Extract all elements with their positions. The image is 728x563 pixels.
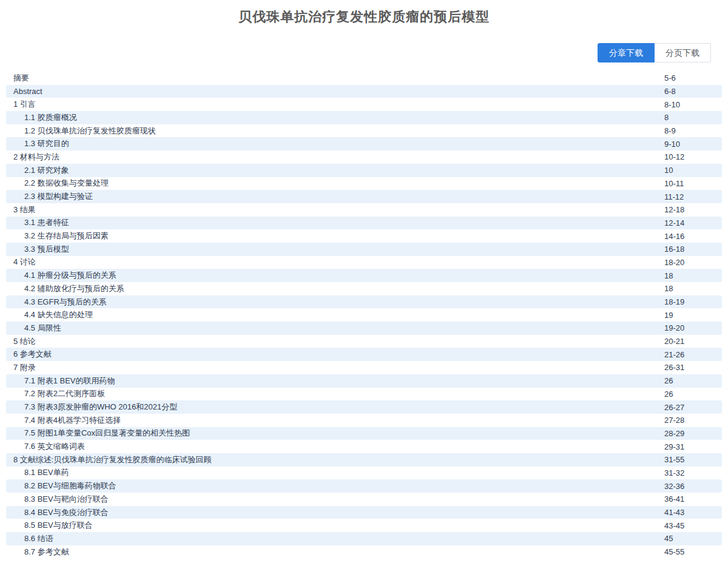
toc-row[interactable]: 8.5 BEV与放疗联合 43-45 [6, 519, 722, 532]
toc-row-pages: 18-20 [664, 258, 684, 267]
toc-row-label: 7.5 附图1单变量Cox回归显著变量的相关性热图 [6, 428, 190, 439]
toc-row-label: 3.2 生存结局与预后因素 [6, 231, 109, 241]
toc-row[interactable]: 8.7 参考文献 45-55 [6, 545, 722, 559]
toc-row-label: 8.6 结语 [6, 533, 53, 544]
toc-row-label: 7.6 英文缩略词表 [6, 441, 85, 452]
toc-row-label: Abstract [6, 87, 42, 96]
toc-row[interactable]: 1 引言 8-10 [6, 98, 722, 111]
toc-row[interactable]: 8.1 BEV单药 31-32 [6, 467, 722, 480]
toc-row[interactable]: 2.2 数据收集与变量处理 10-11 [6, 177, 722, 190]
toc-row-label: 8.4 BEV与免疫治疗联合 [6, 507, 109, 518]
toc-row-pages: 26 [664, 389, 673, 399]
toc-row[interactable]: 7.6 英文缩略词表 29-31 [6, 440, 722, 453]
toc-row[interactable]: 7.1 附表1 BEV的联用药物 26 [6, 374, 722, 388]
toc-row-label: 8.5 BEV与放疗联合 [6, 520, 93, 531]
toc-row[interactable]: 3.1 患者特征 12-14 [6, 217, 722, 230]
toc-row[interactable]: 4.1 肿瘤分级与预后的关系 18 [6, 269, 722, 282]
toc-row[interactable]: 7.2 附表2二代测序面板 26 [6, 388, 722, 401]
toc-row-label: 8.3 BEV与靶向治疗联合 [6, 494, 109, 505]
toc-row[interactable]: 8.4 BEV与免疫治疗联合 41-43 [6, 506, 722, 519]
toc-row-label: 6 参考文献 [6, 349, 52, 360]
toc-row-pages: 31-32 [664, 468, 684, 477]
toc-row-pages: 26-31 [664, 363, 684, 372]
toc-row-pages: 43-45 [664, 521, 684, 530]
toc-row-label: 1.2 贝伐珠单抗治疗复发性胶质瘤现状 [6, 126, 156, 137]
toc-row[interactable]: 4.2 辅助放化疗与预后的关系 18 [6, 282, 722, 295]
toc-row-label: 7.4 附表4机器学习特征选择 [6, 415, 121, 426]
toc-row-label: 4.4 缺失信息的处理 [6, 309, 93, 320]
page-title: 贝伐珠单抗治疗复发性胶质瘤的预后模型 [0, 0, 728, 26]
toc-row[interactable]: 4.3 EGFR与预后的关系 18-19 [6, 295, 722, 309]
toc-row-pages: 8-10 [664, 100, 680, 109]
toc-row[interactable]: 8 文献综述:贝伐珠单抗治疗复发性胶质瘤的临床试验回顾 31-55 [6, 453, 722, 467]
toc-row-pages: 36-41 [664, 494, 684, 504]
chapter-download-button[interactable]: 分章下载 [598, 43, 655, 62]
toc-row[interactable]: 3.2 生存结局与预后因素 14-16 [6, 229, 722, 243]
toc-row[interactable]: 6 参考文献 21-26 [6, 348, 722, 361]
toc-row-label: 4.1 肿瘤分级与预后的关系 [6, 270, 116, 281]
toc-row[interactable]: Abstract 6-8 [6, 85, 722, 98]
toc-row[interactable]: 7.5 附图1单变量Cox回归显著变量的相关性热图 28-29 [6, 427, 722, 440]
toc-row[interactable]: 7 附录 26-31 [6, 361, 722, 374]
toc-row[interactable]: 4.4 缺失信息的处理 19 [6, 308, 722, 322]
toc-row-label: 3.3 预后模型 [6, 244, 69, 255]
toc-row-label: 7.1 附表1 BEV的联用药物 [6, 376, 115, 386]
toc-row-label: 4.5 局限性 [6, 323, 61, 334]
toc-row[interactable]: 4.5 局限性 19-20 [6, 322, 722, 335]
toc-row-label: 1 引言 [6, 99, 36, 110]
toc-row-pages: 26 [664, 376, 673, 385]
toc-row[interactable]: 7.3 附表3原发肿瘤的WHO 2016和2021分型 26-27 [6, 400, 722, 414]
toc-row-label: 8.1 BEV单药 [6, 467, 69, 478]
toc-row[interactable]: 8.2 BEV与细胞毒药物联合 32-36 [6, 479, 722, 493]
toc-row-label: 2.1 研究对象 [6, 165, 69, 176]
toc-row[interactable]: 1.2 贝伐珠单抗治疗复发性胶质瘤现状 8-9 [6, 124, 722, 138]
toc-row[interactable]: 7.4 附表4机器学习特征选择 27-28 [6, 414, 722, 427]
toc-row[interactable]: 2.1 研究对象 10 [6, 164, 722, 177]
toc-row-pages: 6-8 [664, 87, 676, 96]
toc-row-pages: 18-19 [664, 297, 684, 306]
toc-row[interactable]: 2.3 模型构建与验证 11-12 [6, 190, 722, 203]
toc-row-pages: 41-43 [664, 508, 684, 517]
toc-row[interactable]: 2 材料与方法 10-12 [6, 150, 722, 164]
toc-row[interactable]: 1.1 胶质瘤概况 8 [6, 111, 722, 124]
toc-row-pages: 26-27 [664, 403, 684, 412]
toc-row[interactable]: 8.3 BEV与靶向治疗联合 36-41 [6, 493, 722, 506]
toc-row[interactable]: 8.6 结语 45 [6, 532, 722, 545]
toc-row-label: 3.1 患者特征 [6, 217, 69, 228]
page-download-button[interactable]: 分页下载 [655, 43, 711, 62]
toc-row-pages: 5-6 [664, 73, 676, 83]
toc-row-pages: 14-16 [664, 232, 684, 241]
toc-row-pages: 10-12 [664, 152, 684, 161]
toc-row-pages: 11-12 [664, 192, 684, 201]
toc-row-label: 7 附录 [6, 362, 36, 373]
toc-row-pages: 28-29 [664, 429, 684, 438]
toc-row-pages: 21-26 [664, 350, 684, 359]
toc-row-pages: 10 [664, 166, 673, 175]
toc-row-label: 5 结论 [6, 336, 36, 347]
toc-row[interactable]: 1.3 研究目的 9-10 [6, 137, 722, 150]
toc-row-label: 4 讨论 [6, 257, 36, 268]
toc-row-pages: 29-31 [664, 442, 684, 451]
toc-row-pages: 8 [664, 113, 669, 122]
toc-row-label: 7.3 附表3原发肿瘤的WHO 2016和2021分型 [6, 402, 177, 413]
toc-row-label: 2 材料与方法 [6, 152, 59, 163]
toc-row[interactable]: 3.3 预后模型 16-18 [6, 243, 722, 256]
toc-row-pages: 9-10 [664, 140, 680, 149]
toc-row-pages: 19 [664, 311, 673, 320]
toc-row-pages: 18 [664, 284, 673, 293]
toc-row[interactable]: 3 结果 12-18 [6, 203, 722, 217]
toc-row[interactable]: 4 讨论 18-20 [6, 256, 722, 269]
toc-row-pages: 12-18 [664, 205, 684, 214]
toc-row-label: 4.2 辅助放化疗与预后的关系 [6, 283, 124, 294]
toc-row-label: 8.7 参考文献 [6, 547, 69, 558]
toc-row-pages: 27-28 [664, 416, 684, 425]
toc-row[interactable]: 5 结论 20-21 [6, 335, 722, 348]
toc-row-pages: 20-21 [664, 337, 684, 346]
toc-row-pages: 32-36 [664, 482, 684, 491]
download-toolbar: 分章下载 分页下载 [0, 43, 711, 62]
toc-row[interactable]: 摘要 5-6 [6, 72, 722, 85]
toc-row-label: 2.2 数据收集与变量处理 [6, 178, 109, 189]
toc-row-label: 8 文献综述:贝伐珠单抗治疗复发性胶质瘤的临床试验回顾 [6, 454, 211, 465]
toc-row-label: 2.3 模型构建与验证 [6, 191, 93, 202]
toc-row-label: 1.1 胶质瘤概况 [6, 112, 77, 123]
